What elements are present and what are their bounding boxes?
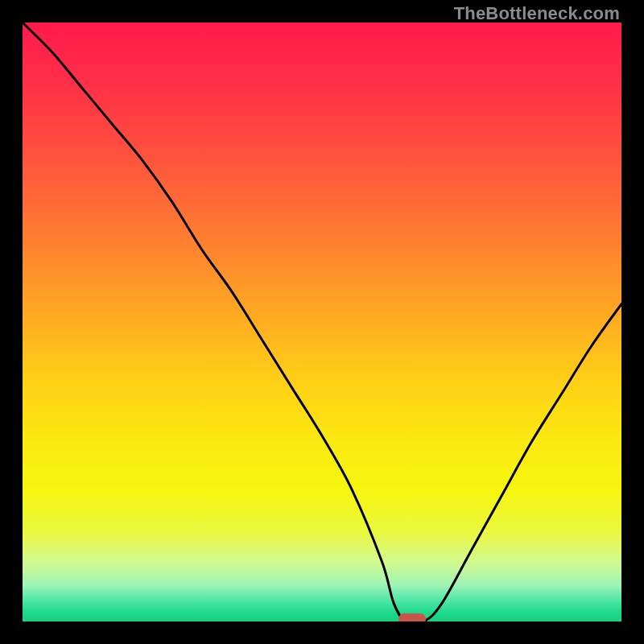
watermark-label: TheBottleneck.com [454, 3, 620, 24]
bottleneck-curve [23, 23, 621, 621]
chart-container: TheBottleneck.com [0, 0, 644, 644]
optimal-marker [398, 613, 426, 621]
plot-area [23, 23, 621, 621]
